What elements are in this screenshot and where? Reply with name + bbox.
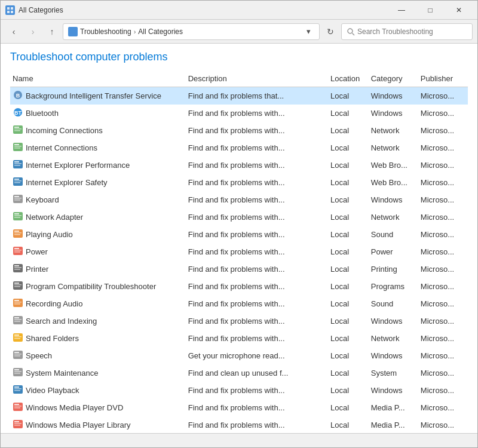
table-row[interactable]: Search and Indexing Find and fix problem… bbox=[10, 312, 468, 330]
svg-rect-14 bbox=[14, 128, 22, 130]
row-publisher: Microso... bbox=[418, 260, 468, 278]
svg-rect-1 bbox=[11, 7, 13, 10]
row-category: Sound bbox=[369, 295, 418, 312]
main-window: All Categories — □ ✕ ‹ › ↑ Troubleshooti… bbox=[0, 0, 478, 448]
row-name: Windows Media Player Library bbox=[26, 421, 131, 429]
col-header-location[interactable]: Location bbox=[328, 72, 369, 87]
svg-rect-41 bbox=[14, 248, 19, 249]
table-row[interactable]: Speech Get your microphone read... Local… bbox=[10, 347, 468, 364]
address-dropdown-button[interactable]: ▾ bbox=[302, 23, 314, 40]
row-name: Playing Audio bbox=[26, 230, 73, 239]
svg-rect-37 bbox=[14, 231, 19, 232]
table-row[interactable]: Internet Explorer Safety Find and fix pr… bbox=[10, 174, 468, 191]
svg-rect-49 bbox=[14, 283, 19, 284]
svg-rect-45 bbox=[14, 265, 19, 266]
row-location: Local bbox=[328, 157, 369, 174]
row-location: Local bbox=[328, 416, 369, 433]
refresh-button[interactable]: ↻ bbox=[322, 23, 339, 40]
window-controls: — □ ✕ bbox=[388, 1, 473, 20]
close-button[interactable]: ✕ bbox=[445, 1, 473, 20]
table-row[interactable]: Windows Media Player DVD Find and fix pr… bbox=[10, 399, 468, 416]
address-bar[interactable]: Troubleshooting › All Categories ▾ bbox=[63, 23, 320, 40]
row-desc: Find and fix problems with... bbox=[186, 295, 328, 312]
search-bar[interactable] bbox=[341, 23, 473, 40]
table-row[interactable]: Power Find and fix problems with... Loca… bbox=[10, 243, 468, 260]
table-row[interactable]: Windows Media Player Library Find and fi… bbox=[10, 416, 468, 433]
row-name: Keyboard bbox=[26, 195, 59, 204]
col-header-publisher[interactable]: Publisher bbox=[418, 72, 468, 87]
forward-button[interactable]: › bbox=[24, 23, 41, 40]
maximize-button[interactable]: □ bbox=[416, 1, 444, 20]
col-header-desc[interactable]: Description bbox=[186, 72, 328, 87]
row-category: Network bbox=[369, 139, 418, 157]
table-row[interactable]: Playing Audio Find and fix problems with… bbox=[10, 226, 468, 243]
up-button[interactable]: ↑ bbox=[44, 23, 60, 40]
svg-rect-63 bbox=[14, 338, 20, 339]
row-name: Internet Explorer Performance bbox=[26, 161, 130, 170]
table-header: Name Description Location Category Publi… bbox=[10, 72, 468, 87]
breadcrumb-part-troubleshooting[interactable]: Troubleshooting bbox=[80, 27, 131, 36]
table-row[interactable]: Internet Explorer Performance Find and f… bbox=[10, 157, 468, 174]
svg-text:B: B bbox=[16, 93, 20, 99]
table-row[interactable]: System Maintenance Find and clean up unu… bbox=[10, 364, 468, 382]
row-category: Network bbox=[369, 208, 418, 226]
row-name: Windows Media Player DVD bbox=[26, 403, 123, 412]
table-row[interactable]: Internet Connections Find and fix proble… bbox=[10, 139, 468, 157]
svg-rect-74 bbox=[14, 388, 22, 389]
svg-rect-35 bbox=[14, 217, 20, 218]
table-row[interactable]: Video Playback Find and fix problems wit… bbox=[10, 382, 468, 399]
row-desc: Find and fix problems that... bbox=[186, 87, 328, 105]
svg-rect-61 bbox=[14, 335, 19, 336]
row-location: Local bbox=[328, 347, 369, 364]
breadcrumb-part-all-categories[interactable]: All Categories bbox=[138, 27, 183, 36]
svg-rect-82 bbox=[14, 423, 22, 424]
minimize-button[interactable]: — bbox=[388, 1, 415, 20]
row-publisher: Microso... bbox=[418, 174, 468, 191]
breadcrumb: Troubleshooting › All Categories bbox=[80, 27, 300, 36]
back-button[interactable]: ‹ bbox=[5, 23, 22, 40]
row-icon bbox=[13, 211, 23, 223]
row-desc: Find and fix problems with... bbox=[186, 122, 328, 139]
svg-rect-77 bbox=[14, 404, 19, 405]
row-publisher: Microso... bbox=[418, 295, 468, 312]
row-icon bbox=[13, 401, 23, 414]
table-row[interactable]: Recording Audio Find and fix problems wi… bbox=[10, 295, 468, 312]
col-header-name[interactable]: Name bbox=[10, 72, 186, 87]
table-body: B Background Intelligent Transfer Servic… bbox=[10, 87, 468, 434]
table-row[interactable]: BT Bluetooth Find and fix problems with.… bbox=[10, 105, 468, 122]
table-row[interactable]: Incoming Connections Find and fix proble… bbox=[10, 122, 468, 139]
row-publisher: Microso... bbox=[418, 382, 468, 399]
row-desc: Find and fix problems with... bbox=[186, 260, 328, 278]
row-location: Local bbox=[328, 174, 369, 191]
row-location: Local bbox=[328, 191, 369, 208]
row-desc: Find and fix problems with... bbox=[186, 139, 328, 157]
content-area: Troubleshoot computer problems Name Desc… bbox=[1, 44, 477, 433]
svg-rect-15 bbox=[14, 130, 20, 131]
svg-rect-62 bbox=[14, 336, 22, 337]
row-category: Printing bbox=[369, 260, 418, 278]
row-publisher: Microso... bbox=[418, 191, 468, 208]
table-row[interactable]: B Background Intelligent Transfer Servic… bbox=[10, 87, 468, 105]
svg-rect-69 bbox=[14, 369, 19, 370]
row-icon bbox=[13, 384, 23, 397]
row-icon bbox=[13, 297, 23, 310]
breadcrumb-separator: › bbox=[134, 28, 136, 35]
table-row[interactable]: Keyboard Find and fix problems with... L… bbox=[10, 191, 468, 208]
col-header-category[interactable]: Category bbox=[369, 72, 418, 87]
svg-rect-46 bbox=[14, 267, 22, 268]
row-category: Network bbox=[369, 330, 418, 347]
svg-rect-57 bbox=[14, 317, 19, 318]
row-category: Programs bbox=[369, 278, 418, 295]
search-input[interactable] bbox=[357, 27, 467, 36]
row-location: Local bbox=[328, 295, 369, 312]
row-name: Incoming Connections bbox=[26, 126, 103, 135]
table-row[interactable]: Network Adapter Find and fix problems wi… bbox=[10, 208, 468, 226]
row-location: Local bbox=[328, 243, 369, 260]
row-category: Windows bbox=[369, 347, 418, 364]
table-row[interactable]: Program Compatibility Troubleshooter Fin… bbox=[10, 278, 468, 295]
row-desc: Find and fix problems with... bbox=[186, 105, 328, 122]
svg-rect-47 bbox=[14, 269, 20, 270]
table-row[interactable]: Printer Find and fix problems with... Lo… bbox=[10, 260, 468, 278]
svg-rect-75 bbox=[14, 390, 20, 391]
table-row[interactable]: Shared Folders Find and fix problems wit… bbox=[10, 330, 468, 347]
